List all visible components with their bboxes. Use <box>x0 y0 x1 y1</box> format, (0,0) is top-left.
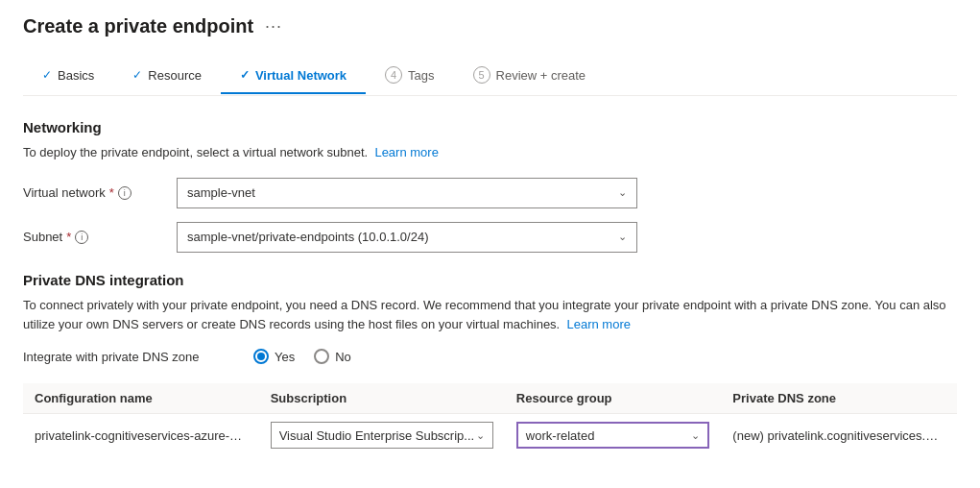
tab-resource-label: Resource <box>148 68 202 83</box>
subscription-value: Visual Studio Enterprise Subscrip... <box>279 428 475 443</box>
dns-table-header-row: Configuration name Subscription Resource… <box>23 383 957 414</box>
yes-radio-button[interactable] <box>253 349 269 364</box>
dns-table: Configuration name Subscription Resource… <box>23 383 957 456</box>
tab-tags-number: 4 <box>385 66 402 84</box>
networking-desc-text: To deploy the private endpoint, select a… <box>23 145 368 159</box>
col-resource-group: Resource group <box>505 383 721 414</box>
dns-desc-text: To connect privately with your private e… <box>23 298 946 332</box>
tab-review-create[interactable]: 5 Review + create <box>454 57 606 95</box>
page-title: Create a private endpoint <box>23 15 253 37</box>
tab-review-label: Review + create <box>496 68 586 83</box>
subnet-value: sample-vnet/private-endpoints (10.0.1.0/… <box>187 230 428 244</box>
resource-group-select[interactable]: work-related ⌄ <box>516 422 709 449</box>
networking-section: Networking To deploy the private endpoin… <box>23 119 957 253</box>
virtual-network-select-wrapper: sample-vnet ⌄ <box>177 178 637 208</box>
config-name-value: privatelink-cognitiveservices-azure-c... <box>35 428 246 443</box>
required-marker: * <box>109 185 114 200</box>
col-config-name: Configuration name <box>23 383 259 414</box>
subscription-select[interactable]: Visual Studio Enterprise Subscrip... ⌄ <box>271 422 493 449</box>
config-name-cell: privatelink-cognitiveservices-azure-c... <box>23 414 259 457</box>
tab-virtual-network[interactable]: ✓ Virtual Network <box>221 59 366 94</box>
networking-learn-more-link[interactable]: Learn more <box>374 145 438 159</box>
tab-tags-label: Tags <box>408 68 434 83</box>
wizard-tabs: ✓ Basics ✓ Resource ✓ Virtual Network 4 … <box>23 57 957 96</box>
resource-group-value: work-related <box>526 428 595 443</box>
tab-tags[interactable]: 4 Tags <box>366 57 453 95</box>
chevron-down-icon: ⌄ <box>618 231 627 243</box>
dns-no-option[interactable]: No <box>314 349 351 364</box>
virtual-network-row: Virtual network * i sample-vnet ⌄ <box>23 178 957 208</box>
tab-resource[interactable]: ✓ Resource <box>113 59 221 94</box>
subnet-select[interactable]: sample-vnet/private-endpoints (10.0.1.0/… <box>177 222 637 253</box>
virtual-network-label: Virtual network * i <box>23 185 177 200</box>
check-icon: ✓ <box>240 68 250 82</box>
no-radio-button[interactable] <box>314 349 329 364</box>
subscription-cell: Visual Studio Enterprise Subscrip... ⌄ <box>259 414 505 457</box>
dns-zone-value: (new) privatelink.cognitiveservices.az..… <box>732 428 944 443</box>
resource-group-cell: work-related ⌄ <box>505 414 721 457</box>
dns-zone-cell: (new) privatelink.cognitiveservices.az..… <box>721 414 957 457</box>
tab-basics-label: Basics <box>58 68 94 83</box>
col-dns-zone: Private DNS zone <box>721 383 957 414</box>
subnet-info-icon[interactable]: i <box>75 231 88 244</box>
networking-description: To deploy the private endpoint, select a… <box>23 143 957 162</box>
subnet-row: Subnet * i sample-vnet/private-endpoints… <box>23 222 957 253</box>
dns-description: To connect privately with your private e… <box>23 296 957 336</box>
virtual-network-value: sample-vnet <box>187 185 255 200</box>
page-header: Create a private endpoint ··· <box>23 15 957 37</box>
chevron-down-icon: ⌄ <box>691 429 700 442</box>
dns-integrate-row: Integrate with private DNS zone Yes No <box>23 349 957 364</box>
networking-title: Networking <box>23 119 957 135</box>
more-options-icon[interactable]: ··· <box>265 16 282 37</box>
table-row: privatelink-cognitiveservices-azure-c...… <box>23 414 957 457</box>
dns-section: Private DNS integration To connect priva… <box>23 272 957 457</box>
subnet-label: Subnet * i <box>23 230 177 244</box>
required-marker: * <box>66 230 71 244</box>
virtual-network-info-icon[interactable]: i <box>118 186 131 200</box>
virtual-network-select[interactable]: sample-vnet ⌄ <box>177 178 637 208</box>
chevron-down-icon: ⌄ <box>476 429 485 442</box>
dns-section-title: Private DNS integration <box>23 272 957 288</box>
dns-table-wrapper: Configuration name Subscription Resource… <box>23 383 957 456</box>
dns-yes-option[interactable]: Yes <box>253 349 295 364</box>
dns-integrate-label: Integrate with private DNS zone <box>23 350 234 364</box>
tab-basics[interactable]: ✓ Basics <box>23 59 113 94</box>
subnet-select-wrapper: sample-vnet/private-endpoints (10.0.1.0/… <box>177 222 637 253</box>
chevron-down-icon: ⌄ <box>618 186 627 199</box>
check-icon: ✓ <box>42 68 52 82</box>
page-container: Create a private endpoint ··· ✓ Basics ✓… <box>0 0 980 472</box>
yes-label: Yes <box>275 350 295 364</box>
dns-learn-more-link[interactable]: Learn more <box>566 317 630 331</box>
tab-virtual-network-label: Virtual Network <box>255 68 347 83</box>
check-icon: ✓ <box>132 68 142 82</box>
col-subscription: Subscription <box>259 383 505 414</box>
tab-review-number: 5 <box>473 66 490 84</box>
no-label: No <box>335 350 351 364</box>
